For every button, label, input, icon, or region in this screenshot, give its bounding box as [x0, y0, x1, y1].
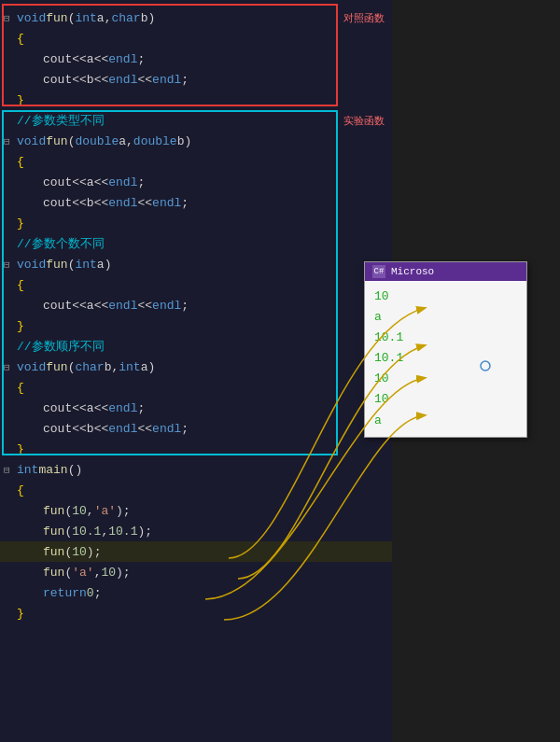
code-line-7: {	[0, 151, 392, 172]
token: b,	[105, 360, 119, 374]
code-line-4: }	[0, 90, 392, 110]
code-line-8: cout << a << endl;	[0, 172, 392, 192]
token: );	[87, 545, 102, 559]
token: ;	[137, 175, 145, 189]
line-label-5: 实验函数	[343, 114, 385, 128]
token: //参数类型不同	[17, 112, 105, 129]
token: a,	[97, 11, 112, 25]
token: void	[17, 258, 46, 272]
token: fun	[46, 360, 67, 374]
token: (	[64, 525, 72, 539]
line-icon-12: ⊟	[4, 259, 17, 271]
token: a	[87, 299, 94, 313]
token: 10.1	[108, 525, 137, 539]
code-line-22: ⊟int main()	[0, 459, 392, 480]
token: 'a'	[94, 504, 116, 518]
token: 10.1	[72, 525, 101, 539]
token: //参数顺序不同	[17, 338, 105, 355]
token: <<	[72, 52, 87, 66]
code-editor: ⊟void fun(int a, char b)对照函数{cout << a <…	[0, 0, 392, 742]
token: {	[17, 278, 24, 292]
token: void	[17, 134, 46, 148]
token: endl	[152, 422, 181, 436]
token: <<	[94, 422, 109, 436]
output-line-6: 10	[374, 369, 517, 389]
token: cout	[43, 175, 72, 189]
code-line-28: return 0;	[0, 582, 392, 603]
token: (	[64, 545, 72, 559]
line-label-0: 对照函数	[343, 11, 385, 25]
token: {	[17, 32, 24, 46]
code-line-3: cout << b << endl << endl;	[0, 69, 392, 90]
token: (	[68, 258, 76, 272]
output-content: 10a10.110.11010a	[365, 281, 526, 437]
token: 10	[72, 545, 87, 559]
token: ,	[87, 504, 94, 518]
code-line-12: ⊟void fun(int a)	[0, 254, 392, 274]
token: fun	[43, 566, 64, 580]
token: }	[17, 93, 24, 107]
code-line-20: cout << b << endl << endl;	[0, 418, 392, 439]
token: ,	[101, 525, 108, 539]
token: a)	[97, 258, 112, 272]
token: endl	[152, 196, 181, 210]
code-line-2: cout << a << endl;	[0, 49, 392, 69]
code-line-27: fun('a', 10);	[0, 562, 392, 582]
code-line-14: cout << a << endl << endl;	[0, 295, 392, 315]
token: 10	[101, 566, 116, 580]
token: b)	[141, 11, 156, 25]
code-line-24: fun(10, 'a');	[0, 500, 392, 521]
token: <<	[94, 401, 109, 415]
token: fun	[46, 134, 67, 148]
token: endl	[152, 299, 181, 313]
token: <<	[72, 196, 87, 210]
token: <<	[137, 422, 152, 436]
token: ;	[181, 299, 189, 313]
token: );	[116, 566, 131, 580]
code-line-19: cout << a << endl;	[0, 398, 392, 418]
vs-icon: C#	[372, 265, 385, 278]
token: endl	[108, 422, 137, 436]
token: ;	[94, 586, 102, 600]
token: (	[68, 11, 76, 25]
token: {	[17, 155, 24, 169]
token: 10	[72, 504, 87, 518]
code-line-26: fun(10);	[0, 541, 392, 562]
token: <<	[94, 299, 109, 313]
token: endl	[108, 52, 137, 66]
token: fun	[46, 258, 67, 272]
token: cout	[43, 299, 72, 313]
output-line-8: 10	[374, 389, 517, 410]
output-line-4: 10.1	[374, 348, 517, 369]
token: <<	[94, 52, 109, 66]
token: cout	[43, 422, 72, 436]
token: <<	[72, 175, 87, 189]
token: a	[87, 401, 94, 415]
token: ,	[94, 566, 102, 580]
token: void	[17, 11, 46, 25]
token: a)	[141, 360, 156, 374]
token: b	[87, 422, 94, 436]
token: a,	[119, 134, 133, 148]
token: }	[17, 442, 24, 456]
code-line-9: cout << b << endl << endl;	[0, 192, 392, 213]
token: int	[17, 463, 38, 477]
token: ;	[181, 196, 189, 210]
token: fun	[43, 504, 64, 518]
token: char	[75, 360, 104, 374]
token: {	[17, 381, 24, 395]
token: {	[17, 483, 24, 497]
token: main	[38, 463, 67, 477]
token: b)	[177, 134, 192, 148]
token: 0	[87, 586, 94, 600]
token: (	[64, 504, 72, 518]
token: endl	[108, 175, 137, 189]
token: b	[87, 73, 94, 87]
line-icon-22: ⊟	[4, 464, 17, 476]
code-line-21: }	[0, 439, 392, 459]
code-line-25: fun(10.1, 10.1);	[0, 521, 392, 541]
code-line-10: }	[0, 213, 392, 233]
token: fun	[46, 11, 67, 25]
token: (	[64, 566, 72, 580]
token: <<	[94, 73, 109, 87]
